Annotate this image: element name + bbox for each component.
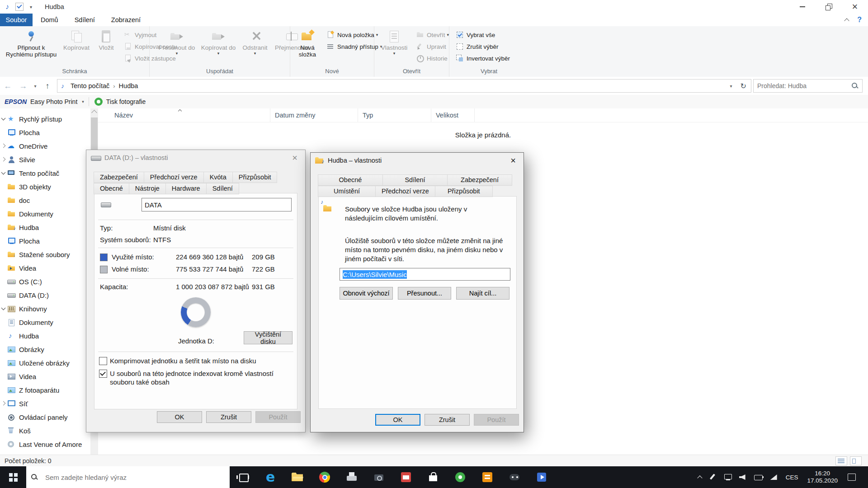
scroll-up-icon[interactable] bbox=[91, 110, 97, 116]
dialog-tab[interactable]: Přizpůsobit bbox=[232, 172, 278, 183]
sidebar-item[interactable]: Videa ▾ bbox=[0, 261, 90, 275]
ok-button[interactable]: OK bbox=[375, 414, 420, 426]
sidebar-item[interactable]: Plocha ▾ bbox=[0, 234, 90, 248]
sidebar-item[interactable]: Uložené obrázky ▾ bbox=[0, 356, 90, 370]
search-icon[interactable] bbox=[851, 82, 859, 89]
dialog-tab[interactable]: Předchozí verze bbox=[144, 172, 204, 183]
minimize-button[interactable] bbox=[789, 0, 816, 14]
expand-chevron-icon[interactable] bbox=[0, 197, 7, 204]
breadcrumb[interactable]: ♪ Tento počítač › Hudba ▾ ↻ bbox=[57, 79, 751, 93]
sidebar-item[interactable]: Videa ▾ bbox=[0, 370, 90, 383]
sidebar-item[interactable]: Obrázky ▾ bbox=[0, 343, 90, 356]
expand-chevron-icon[interactable] bbox=[0, 129, 7, 136]
sidebar-item[interactable]: Z fotoaparátu ▾ bbox=[0, 383, 90, 397]
ribbon-tab[interactable]: Zobrazení bbox=[103, 14, 149, 26]
paste-button[interactable]: Vložit bbox=[93, 28, 119, 52]
sidebar-item[interactable]: Koš ▾ bbox=[0, 424, 90, 437]
copy-to-button[interactable]: Kopírovat do ▾ bbox=[198, 28, 239, 57]
refresh-icon[interactable]: ↻ bbox=[736, 82, 751, 90]
action-center-icon[interactable] bbox=[845, 466, 859, 488]
apply-button[interactable]: Použít bbox=[255, 411, 301, 423]
up-icon[interactable]: ↑ bbox=[40, 81, 55, 91]
sidebar-item[interactable]: Tento počítač ▾ bbox=[0, 166, 90, 180]
expand-chevron-icon[interactable] bbox=[0, 183, 7, 190]
cancel-button[interactable]: Zrušit bbox=[425, 414, 470, 426]
dialog-tab[interactable]: Obecné bbox=[318, 174, 383, 186]
taskbar-app-button[interactable] bbox=[392, 466, 420, 488]
invert-selection-button[interactable]: Invertovat výběr bbox=[453, 52, 513, 64]
close-button[interactable] bbox=[842, 0, 868, 14]
taskbar-app-button[interactable] bbox=[365, 466, 392, 488]
dialog-titlebar[interactable]: DATA (D:) – vlastnosti × bbox=[86, 150, 305, 165]
select-all-button[interactable]: Vybrat vše bbox=[453, 29, 513, 41]
column-header-size[interactable]: Velikost bbox=[431, 108, 475, 122]
sort-ascending-icon[interactable] bbox=[178, 109, 182, 112]
taskbar-app-button[interactable] bbox=[501, 466, 528, 488]
expand-chevron-icon[interactable] bbox=[0, 278, 7, 285]
taskbar-app-button[interactable] bbox=[528, 466, 555, 488]
select-none-button[interactable]: Zrušit výběr bbox=[453, 41, 513, 52]
ok-button[interactable]: OK bbox=[157, 411, 202, 423]
history-dropdown-icon[interactable]: ▾ bbox=[31, 84, 40, 89]
forward-icon[interactable]: → bbox=[15, 81, 31, 91]
expand-chevron-icon[interactable] bbox=[0, 291, 7, 299]
location-path-input[interactable]: C:\Users\Silvie\Music bbox=[340, 268, 510, 281]
move-button[interactable]: Přesunout... bbox=[398, 287, 451, 300]
ribbon-tab[interactable]: Sdílení bbox=[66, 14, 103, 26]
column-header-name[interactable]: Název bbox=[98, 108, 270, 122]
sidebar-item[interactable]: Knihovny ▾ bbox=[0, 302, 90, 315]
sidebar-item[interactable]: Silvie ▾ bbox=[0, 153, 90, 166]
taskbar-app-button[interactable] bbox=[420, 466, 447, 488]
open-button[interactable]: Otevřít ▾ bbox=[413, 29, 452, 41]
tab-soubor[interactable]: Soubor bbox=[0, 14, 33, 26]
index-checkbox[interactable] bbox=[99, 370, 107, 378]
expand-chevron-icon[interactable] bbox=[0, 115, 7, 122]
dialog-tab[interactable]: Sdílení bbox=[206, 183, 239, 194]
expand-chevron-icon[interactable] bbox=[0, 142, 7, 150]
find-target-button[interactable]: Najít cíl... bbox=[456, 287, 509, 300]
dialog-tab[interactable]: Obecné bbox=[94, 183, 129, 194]
properties-button[interactable]: Vlastnosti ▾ bbox=[377, 28, 411, 57]
sidebar-item[interactable]: doc ▾ bbox=[0, 193, 90, 207]
expand-chevron-icon[interactable] bbox=[0, 332, 7, 339]
restore-default-button[interactable]: Obnovit výchozí bbox=[340, 287, 393, 300]
sidebar-item[interactable]: Síť ▾ bbox=[0, 397, 90, 410]
dialog-close-icon[interactable]: × bbox=[503, 153, 524, 168]
column-header-date[interactable]: Datum změny bbox=[270, 108, 358, 122]
taskbar-search-input[interactable] bbox=[42, 473, 225, 482]
expand-chevron-icon[interactable] bbox=[0, 413, 7, 421]
disk-cleanup-button[interactable]: Vyčištění disku bbox=[244, 331, 292, 344]
dialog-tab[interactable]: Zabezpečení bbox=[447, 174, 512, 186]
sidebar-item[interactable]: Last Venue of Amore ▾ bbox=[0, 437, 90, 451]
ribbon-tab[interactable]: Domů bbox=[33, 14, 66, 26]
sidebar-item[interactable]: Stažené soubory ▾ bbox=[0, 248, 90, 261]
qat-properties-icon[interactable] bbox=[15, 3, 24, 11]
expand-chevron-icon[interactable] bbox=[0, 441, 7, 448]
search-input[interactable] bbox=[754, 82, 851, 89]
dialog-tab[interactable]: Hardware bbox=[165, 183, 207, 194]
copy-button[interactable]: Kopírovat bbox=[60, 28, 93, 52]
taskbar-app-button[interactable] bbox=[284, 466, 311, 488]
battery-tray-icon[interactable] bbox=[753, 472, 764, 483]
dialog-tab[interactable]: Sdílení bbox=[382, 174, 448, 186]
print-photo-button[interactable]: Tisk fotografie bbox=[106, 98, 146, 105]
sidebar-item[interactable]: Hudba ▾ bbox=[0, 329, 90, 343]
epson-product[interactable]: Easy Photo Print bbox=[27, 98, 77, 105]
details-view-icon[interactable] bbox=[835, 456, 847, 465]
dialog-tab[interactable]: Nástroje bbox=[129, 183, 166, 194]
thumbnail-view-icon[interactable] bbox=[850, 456, 862, 465]
help-icon[interactable]: ? bbox=[857, 16, 862, 24]
dialog-tab[interactable]: Přizpůsobit bbox=[435, 186, 493, 197]
delete-button[interactable]: Odstranit ▾ bbox=[239, 28, 271, 57]
compress-checkbox[interactable] bbox=[99, 357, 107, 365]
apply-button[interactable]: Použít bbox=[474, 414, 519, 426]
address-dropdown-icon[interactable]: ▾ bbox=[726, 84, 736, 89]
start-button[interactable] bbox=[0, 466, 26, 488]
taskbar-app-button[interactable] bbox=[257, 466, 284, 488]
expand-chevron-icon[interactable] bbox=[0, 251, 7, 258]
back-icon[interactable]: ← bbox=[0, 81, 15, 91]
expand-chevron-icon[interactable] bbox=[0, 210, 7, 217]
expand-chevron-icon[interactable] bbox=[0, 319, 7, 326]
dialog-tab[interactable]: Umístění bbox=[318, 186, 376, 197]
sidebar-item[interactable]: OS (C:) ▾ bbox=[0, 275, 90, 288]
